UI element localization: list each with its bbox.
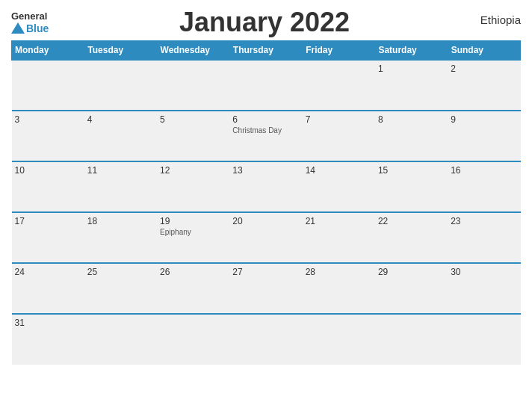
day-cell: 15 bbox=[375, 161, 448, 212]
logo-blue-text: Blue bbox=[26, 22, 49, 34]
day-number: 17 bbox=[15, 216, 81, 226]
day-number: 20 bbox=[232, 216, 299, 226]
day-number: 24 bbox=[15, 267, 81, 277]
day-cell bbox=[84, 314, 157, 365]
day-cell: 25 bbox=[84, 263, 157, 314]
day-cell: 11 bbox=[84, 161, 157, 212]
day-number: 30 bbox=[451, 267, 517, 277]
calendar-table: Monday Tuesday Wednesday Thursday Friday… bbox=[11, 40, 521, 365]
day-cell bbox=[12, 60, 84, 111]
day-number: 27 bbox=[232, 267, 299, 277]
day-cell bbox=[303, 60, 375, 111]
week-row-2: 10111213141516 bbox=[12, 161, 521, 212]
week-row-0: 12 bbox=[12, 60, 521, 111]
day-number: 3 bbox=[15, 114, 81, 125]
header-saturday: Saturday bbox=[375, 40, 448, 60]
logo-triangle-icon bbox=[11, 22, 25, 34]
day-cell: 5 bbox=[157, 111, 229, 161]
day-number: 8 bbox=[378, 114, 445, 125]
day-number: 6 bbox=[232, 114, 299, 125]
week-row-1: 3456Christmas Day789 bbox=[12, 111, 521, 161]
day-cell: 9 bbox=[448, 111, 520, 161]
day-cell: 16 bbox=[448, 161, 520, 212]
logo-general-text: General bbox=[11, 10, 47, 22]
day-number: 11 bbox=[87, 165, 154, 176]
header-wednesday: Wednesday bbox=[157, 40, 229, 60]
day-cell: 17 bbox=[12, 212, 84, 263]
day-number: 13 bbox=[232, 165, 299, 176]
day-number: 19 bbox=[160, 216, 226, 226]
day-cell: 12 bbox=[157, 161, 229, 212]
week-row-4: 24252627282930 bbox=[12, 263, 521, 314]
day-cell: 10 bbox=[12, 161, 84, 212]
day-number: 21 bbox=[306, 216, 372, 226]
logo-blue-container: Blue bbox=[11, 22, 49, 34]
day-number: 25 bbox=[87, 267, 154, 277]
day-cell bbox=[229, 60, 302, 111]
day-cell bbox=[157, 60, 229, 111]
day-cell: 14 bbox=[303, 161, 375, 212]
day-cell: 26 bbox=[157, 263, 229, 314]
day-number: 5 bbox=[160, 114, 226, 125]
header-monday: Monday bbox=[12, 40, 84, 60]
day-cell bbox=[303, 314, 375, 365]
country-label: Ethiopia bbox=[480, 7, 521, 26]
month-title: January 2022 bbox=[49, 7, 480, 37]
weekday-header-row: Monday Tuesday Wednesday Thursday Friday… bbox=[12, 40, 521, 60]
day-cell: 6Christmas Day bbox=[229, 111, 302, 161]
day-cell: 31 bbox=[12, 314, 84, 365]
day-number: 15 bbox=[378, 165, 445, 176]
day-number: 28 bbox=[306, 267, 372, 277]
day-number: 1 bbox=[378, 64, 445, 74]
logo: General Blue bbox=[11, 7, 49, 34]
day-cell: 29 bbox=[375, 263, 448, 314]
day-cell: 30 bbox=[448, 263, 520, 314]
calendar-container: General Blue January 2022 Ethiopia Monda… bbox=[0, 0, 532, 411]
day-number: 12 bbox=[160, 165, 226, 176]
day-number: 14 bbox=[306, 165, 372, 176]
week-row-3: 171819Epiphany20212223 bbox=[12, 212, 521, 263]
header-sunday: Sunday bbox=[448, 40, 520, 60]
day-cell: 8 bbox=[375, 111, 448, 161]
holiday-label: Epiphany bbox=[160, 228, 226, 236]
day-number: 18 bbox=[87, 216, 154, 226]
day-cell: 22 bbox=[375, 212, 448, 263]
day-cell: 18 bbox=[84, 212, 157, 263]
day-number: 23 bbox=[451, 216, 517, 226]
day-cell: 19Epiphany bbox=[157, 212, 229, 263]
day-cell: 27 bbox=[229, 263, 302, 314]
day-cell: 23 bbox=[448, 212, 520, 263]
day-number: 7 bbox=[306, 114, 372, 125]
day-cell: 20 bbox=[229, 212, 302, 263]
day-cell bbox=[84, 60, 157, 111]
day-cell: 28 bbox=[303, 263, 375, 314]
day-cell bbox=[448, 314, 520, 365]
day-number: 9 bbox=[451, 114, 517, 125]
day-cell bbox=[157, 314, 229, 365]
day-number: 16 bbox=[451, 165, 517, 176]
header-thursday: Thursday bbox=[229, 40, 302, 60]
header: General Blue January 2022 Ethiopia bbox=[11, 7, 521, 37]
day-number: 10 bbox=[15, 165, 81, 176]
holiday-label: Christmas Day bbox=[232, 126, 299, 135]
day-cell: 3 bbox=[12, 111, 84, 161]
day-cell: 7 bbox=[303, 111, 375, 161]
day-cell: 13 bbox=[229, 161, 302, 212]
day-cell bbox=[229, 314, 302, 365]
week-row-5: 31 bbox=[12, 314, 521, 365]
day-number: 4 bbox=[87, 114, 154, 125]
day-cell: 21 bbox=[303, 212, 375, 263]
day-cell: 2 bbox=[448, 60, 520, 111]
day-cell: 1 bbox=[375, 60, 448, 111]
day-number: 29 bbox=[378, 267, 445, 277]
title-section: January 2022 bbox=[49, 7, 480, 37]
day-number: 31 bbox=[15, 318, 81, 328]
day-cell bbox=[375, 314, 448, 365]
day-number: 26 bbox=[160, 267, 226, 277]
day-number: 22 bbox=[378, 216, 445, 226]
day-number: 2 bbox=[451, 64, 517, 74]
day-cell: 24 bbox=[12, 263, 84, 314]
header-tuesday: Tuesday bbox=[84, 40, 157, 60]
header-friday: Friday bbox=[303, 40, 375, 60]
day-cell: 4 bbox=[84, 111, 157, 161]
